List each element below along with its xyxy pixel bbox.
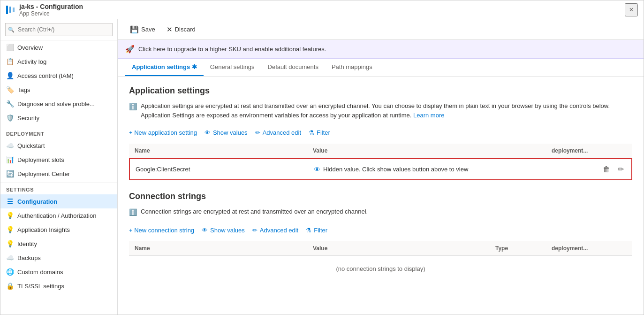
content-area: 💾 Save ✕ Discard 🚀 Click here to upgrade… [118, 19, 644, 315]
app-logo [6, 6, 15, 14]
col-name: Name [135, 147, 313, 154]
discard-button[interactable]: ✕ Discard [162, 23, 200, 36]
conn-info-icon: ℹ️ [129, 207, 137, 217]
conn-advanced-edit-label: Advanced edit [260, 227, 298, 234]
hidden-eye-icon: 👁 [314, 166, 320, 173]
sidebar-item-auth[interactable]: 💡 Authentication / Authorization [0, 208, 117, 223]
delete-row-button[interactable]: 🗑 [601, 164, 612, 175]
logo-bar-2 [9, 7, 11, 13]
conn-filter-button[interactable]: ⚗ Filter [306, 225, 327, 236]
connection-strings-table-header: Name Value Type deployment... [129, 241, 632, 256]
sidebar-item-custom-domains[interactable]: 🌐 Custom domains [0, 265, 117, 279]
tab-app-settings[interactable]: Application settings ✱ [125, 59, 204, 76]
sidebar-item-backups[interactable]: ☁️ Backups [0, 251, 117, 265]
search-wrap [5, 23, 113, 36]
upgrade-banner[interactable]: 🚀 Click here to upgrade to a higher SKU … [118, 40, 644, 59]
diagnose-icon: 🔧 [6, 100, 14, 108]
search-input[interactable] [5, 23, 113, 36]
info-text: Application settings are encrypted at re… [141, 101, 632, 120]
conn-pencil-icon: ✏ [252, 227, 258, 234]
main-window: ja-ks - Configuration App Service × ⬜ Ov… [0, 0, 644, 315]
page-content: Application settings ℹ️ Application sett… [118, 77, 644, 315]
conn-filter-icon: ⚗ [306, 227, 311, 234]
new-connection-string-button[interactable]: + New connection string [129, 225, 194, 236]
sidebar-search-container [0, 19, 117, 40]
conn-show-values-label: Show values [210, 227, 245, 234]
sidebar-item-label: Deployment slots [17, 156, 64, 163]
conn-show-values-button[interactable]: 👁 Show values [202, 225, 245, 236]
close-button[interactable]: × [625, 3, 638, 16]
show-values-button[interactable]: 👁 Show values [205, 127, 248, 138]
col-deployment: deployment... [552, 147, 627, 154]
new-app-setting-button[interactable]: + New application setting [129, 127, 197, 138]
app-settings-action-bar: + New application setting 👁 Show values … [129, 127, 632, 138]
backups-icon: ☁️ [6, 254, 14, 261]
sidebar-item-label: TLS/SSL settings [17, 283, 64, 290]
eye-icon: 👁 [205, 129, 211, 136]
deployment-slots-icon: 📊 [6, 156, 14, 163]
sidebar-item-label: Access control (IAM) [17, 72, 74, 79]
conn-col-deployment: deployment... [552, 245, 627, 252]
save-label: Save [141, 26, 155, 33]
sidebar-item-diagnose[interactable]: 🔧 Diagnose and solve proble... [0, 97, 117, 111]
sidebar-item-tls-ssl[interactable]: 🔒 TLS/SSL settings [0, 279, 117, 293]
access-control-icon: 👤 [6, 72, 14, 79]
sidebar-item-activity-log[interactable]: 📋 Activity log [0, 54, 117, 69]
sidebar-item-label: Deployment Center [17, 170, 70, 177]
sidebar-item-security[interactable]: 🛡️ Security [0, 111, 117, 125]
overview-icon: ⬜ [6, 44, 14, 51]
main-content: ⬜ Overview 📋 Activity log 👤 Access contr… [0, 19, 644, 315]
sidebar-item-label: Custom domains [17, 269, 63, 276]
discard-label: Discard [175, 26, 196, 33]
app-settings-row: Google:ClientSecret 👁 Hidden value. Clic… [129, 158, 632, 180]
learn-more-link[interactable]: Learn more [413, 112, 444, 119]
hidden-value-text: Hidden value. Click show values button a… [323, 166, 468, 173]
window-subtitle: App Service [19, 10, 83, 17]
sidebar-item-label: Backups [17, 254, 41, 261]
sidebar-item-label: Overview [17, 44, 43, 51]
security-icon: 🛡️ [6, 114, 14, 122]
sidebar-item-tags[interactable]: 🏷️ Tags [0, 83, 117, 97]
sidebar-item-deployment-slots[interactable]: 📊 Deployment slots [0, 153, 117, 167]
sidebar-item-overview[interactable]: ⬜ Overview [0, 40, 117, 54]
save-button[interactable]: 💾 Save [125, 23, 160, 36]
edit-row-button[interactable]: ✏ [616, 164, 626, 175]
app-settings-info: ℹ️ Application settings are encrypted at… [129, 101, 632, 120]
identity-icon: 💡 [6, 240, 14, 247]
sidebar-item-label: Application Insights [17, 226, 70, 233]
app-settings-table-header: Name Value deployment... [129, 144, 632, 158]
col-value: Value [313, 147, 552, 154]
custom-domains-icon: 🌐 [6, 268, 14, 276]
tab-path-mappings[interactable]: Path mappings [325, 59, 379, 76]
sidebar-item-quickstart[interactable]: ☁️ Quickstart [0, 138, 117, 153]
tab-label: Path mappings [332, 63, 372, 70]
sidebar-item-app-insights[interactable]: 💡 Application Insights [0, 223, 117, 237]
advanced-edit-label: Advanced edit [263, 129, 301, 136]
row-actions: 🗑 ✏ [551, 164, 626, 175]
configuration-icon: ☰ [6, 198, 14, 205]
sidebar-item-label: Tags [17, 86, 30, 93]
tab-label: Application settings ✱ [132, 63, 197, 70]
window-title: ja-ks - Configuration [19, 3, 83, 10]
advanced-edit-button[interactable]: ✏ Advanced edit [255, 127, 301, 138]
rocket-icon: 🚀 [125, 45, 135, 54]
auth-icon: 💡 [6, 212, 14, 219]
sidebar-item-deployment-center[interactable]: 🔄 Deployment Center [0, 167, 117, 181]
tab-default-docs[interactable]: Default documents [261, 59, 325, 76]
sidebar-item-label: Quickstart [17, 142, 45, 149]
conn-col-value: Value [313, 245, 495, 252]
deployment-center-icon: 🔄 [6, 170, 14, 177]
conn-advanced-edit-button[interactable]: ✏ Advanced edit [252, 225, 298, 236]
info-icon: ℹ️ [129, 102, 137, 112]
sidebar-item-identity[interactable]: 💡 Identity [0, 237, 117, 251]
conn-eye-icon: 👁 [202, 227, 208, 234]
sidebar-item-label: Configuration [17, 198, 57, 205]
sidebar-item-label: Identity [17, 240, 37, 247]
filter-button[interactable]: ⚗ Filter [309, 127, 330, 138]
row-name: Google:ClientSecret [136, 166, 314, 173]
sidebar-item-configuration[interactable]: ☰ Configuration [0, 194, 117, 208]
conn-col-type: Type [495, 245, 552, 252]
tab-general-settings[interactable]: General settings [204, 59, 261, 76]
sidebar-item-access-control[interactable]: 👤 Access control (IAM) [0, 69, 117, 83]
tls-ssl-icon: 🔒 [6, 282, 14, 290]
